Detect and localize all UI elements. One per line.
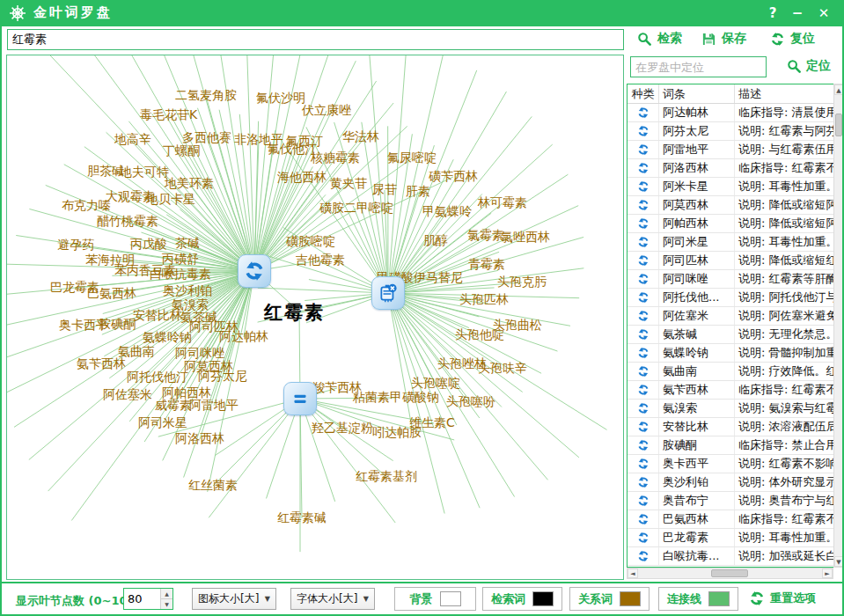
term-cell[interactable]: 巴氨西林 xyxy=(659,510,735,528)
equals-hub[interactable] xyxy=(283,382,317,415)
term-cell[interactable]: 氨蝶呤钠 xyxy=(659,344,735,362)
graph-node-label[interactable]: 头孢噻啶 xyxy=(411,377,460,390)
table-row[interactable]: 阿司匹林说明: 降低或缩短红霉. xyxy=(627,252,833,270)
graph-node-label[interactable]: 丙戊酸 xyxy=(130,238,167,251)
minimize-button[interactable]: − xyxy=(786,4,809,23)
graph-node-label[interactable]: 青霉素 xyxy=(468,258,505,271)
graph-node-label[interactable]: 磺胺嘧啶 xyxy=(286,235,335,248)
term-cell[interactable]: 阿司米星 xyxy=(659,233,735,251)
graph-node-label[interactable]: 黄夹苷 xyxy=(330,177,367,190)
help-button[interactable]: ? xyxy=(761,4,784,23)
col-header-type[interactable]: 种类 xyxy=(627,84,659,103)
table-row[interactable]: 氨蝶呤钠说明: 骨髓抑制加重，. xyxy=(627,344,833,363)
table-row[interactable]: 氨溴索说明: 氨溴索与红霉素. xyxy=(627,400,833,418)
graph-node-label[interactable]: 头孢呋辛 xyxy=(478,362,527,375)
graph-node-label[interactable]: 头孢他啶 xyxy=(455,328,504,341)
sync-hub[interactable] xyxy=(238,254,271,288)
table-row[interactable]: 阿芬太尼说明: 红霉素与阿芬太. xyxy=(627,122,833,141)
graph-node-label[interactable]: 阿雷地平 xyxy=(189,399,239,412)
term-cell[interactable]: 阿洛西林 xyxy=(659,159,735,177)
graph-node-label[interactable]: 奥沙利铂 xyxy=(163,284,212,297)
term-cell[interactable]: 阿莫西林 xyxy=(659,196,735,214)
graph-node-label[interactable]: 安替比林 xyxy=(133,309,182,322)
graph-node-label[interactable]: 阿司米星 xyxy=(138,416,187,429)
horizontal-scrollbar[interactable]: ◄ ► xyxy=(627,568,833,579)
scroll-up-arrow[interactable]: ▲ xyxy=(834,84,843,95)
connector-line-color-picker[interactable]: 连接线 xyxy=(658,587,738,611)
graph-node-label[interactable]: 甲氨蝶呤 xyxy=(422,205,472,218)
graph-node-label[interactable]: 尿苷 xyxy=(372,183,397,196)
reset-button[interactable]: 复位 xyxy=(770,31,815,47)
graph-node-label[interactable]: 巴氨西林 xyxy=(87,287,136,300)
term-cell[interactable]: 氨曲南 xyxy=(659,363,735,380)
graph-node-label[interactable]: 羟乙基淀粉 xyxy=(312,422,373,435)
table-row[interactable]: 奥沙利铂说明: 体外研究显示，. xyxy=(627,473,833,492)
vertical-scroll-thumb[interactable] xyxy=(835,114,842,136)
term-cell[interactable]: 氨溴索 xyxy=(659,400,735,417)
graph-node-label[interactable]: 肝素 xyxy=(406,185,430,198)
graph-node-label[interactable]: 氨苄西林 xyxy=(77,357,126,370)
table-row[interactable]: 阿洛西林临床指导: 红霉素不宜. xyxy=(627,159,833,178)
term-cell[interactable]: 阿达帕林 xyxy=(659,104,735,121)
table-row[interactable]: 氨苄西林临床指导: 红霉素不宜. xyxy=(627,381,833,400)
no-infusion-hub[interactable] xyxy=(371,276,405,310)
graph-node-label[interactable]: 胺碘酮 xyxy=(99,318,136,331)
table-row[interactable]: 阿米卡星说明: 耳毒性加重。 xyxy=(627,178,833,196)
term-cell[interactable]: 阿托伐他... xyxy=(659,289,735,306)
table-row[interactable]: 巴龙霉素说明: 耳毒性加重。 xyxy=(627,529,833,547)
table-row[interactable]: 氨茶碱说明: 无理化禁忌。加. xyxy=(627,326,833,344)
spinner-up-arrow[interactable]: ▲ xyxy=(160,589,172,599)
graph-node-label[interactable]: 氨蝶呤钠 xyxy=(143,331,192,344)
term-cell[interactable]: 阿米卡星 xyxy=(659,178,735,195)
background-color-picker[interactable]: 背景 xyxy=(394,587,476,611)
graph-node-label[interactable]: 阿托伐他汀 xyxy=(127,370,188,384)
table-row[interactable]: 阿莫西林说明: 降低或缩短阿莫. xyxy=(627,196,833,215)
table-row[interactable]: 阿托伐他...说明: 阿托伐他汀与红. xyxy=(627,289,833,307)
graph-node-label[interactable]: 头孢克肟 xyxy=(497,275,547,289)
term-cell[interactable]: 氨苄西林 xyxy=(659,381,735,399)
compass-graph-canvas[interactable]: 二氢麦角胺毒毛花苷K氟伏沙明伏立康唑地高辛多西他赛非洛地平氟西汀华法林丁螺酮氟伐… xyxy=(6,55,624,580)
leaf-count-input[interactable] xyxy=(124,589,161,609)
graph-node-label[interactable]: 维生素C xyxy=(409,416,455,429)
table-row[interactable]: 阿达帕林临床指导: 清晨使用红. xyxy=(627,104,833,122)
table-row[interactable]: 胺碘酮临床指导: 禁止合用 xyxy=(627,436,833,455)
term-cell[interactable]: 白喉抗毒... xyxy=(659,547,735,565)
graph-node-label[interactable]: 避孕药 xyxy=(57,238,94,252)
term-cell[interactable]: 氨茶碱 xyxy=(659,326,735,343)
graph-node-label[interactable]: 多西他赛 xyxy=(182,131,231,144)
locate-button[interactable]: 定位 xyxy=(787,58,831,74)
graph-node-label[interactable]: 红丝菌素 xyxy=(188,479,238,492)
graph-node-label[interactable]: 地夫可特 xyxy=(120,165,169,179)
graph-node-label[interactable]: 地高辛 xyxy=(114,133,151,146)
table-row[interactable]: 阿帕西林说明: 降低或缩短阿帕. xyxy=(627,215,833,233)
graph-node-label[interactable]: 磺胺二甲嘧啶 xyxy=(319,202,393,215)
term-cell[interactable]: 阿芬太尼 xyxy=(659,122,735,140)
table-row[interactable]: 安替比林说明: 浓溶液配伍后有. xyxy=(627,418,833,436)
graph-node-label[interactable]: 海他西林 xyxy=(277,171,327,184)
close-button[interactable]: ✕ xyxy=(812,4,835,23)
reset-options-button[interactable]: 重置选项 xyxy=(749,590,816,606)
graph-node-label[interactable]: 二氢麦角胺 xyxy=(175,89,237,102)
graph-node-label[interactable]: 布克力嗪 xyxy=(62,199,111,212)
graph-node-label[interactable]: 核糖霉素 xyxy=(311,151,360,165)
table-row[interactable]: 阿佐塞米说明: 阿佐塞米避免与. xyxy=(627,307,833,326)
graph-node-label[interactable]: 头孢匹林 xyxy=(459,293,509,306)
graph-node-label[interactable]: 吉他霉素 xyxy=(296,253,345,267)
font-size-dropdown[interactable]: 字体大小[大] ▼ xyxy=(290,588,375,610)
graph-node-label[interactable]: 粘菌素甲磺酸钠 xyxy=(353,391,439,404)
graph-node-label[interactable]: 威霉素 xyxy=(155,399,192,412)
horizontal-scroll-thumb[interactable] xyxy=(711,569,748,577)
graph-node-label[interactable]: 磺苄西林 xyxy=(429,170,478,183)
table-row[interactable]: 奥昔布宁说明: 奥昔布宁与红霉. xyxy=(627,492,833,510)
graph-node-label[interactable]: 林可霉素 xyxy=(478,196,527,209)
term-cell[interactable]: 阿佐塞米 xyxy=(659,307,735,325)
table-row[interactable]: 奥卡西平说明: 红霉素不影响M. xyxy=(627,455,833,473)
table-row[interactable]: 阿司米星说明: 耳毒性加重。 xyxy=(627,233,833,252)
graph-node-label[interactable]: 白喉抗毒素 xyxy=(150,268,211,281)
term-cell[interactable]: 巴龙霉素 xyxy=(659,529,735,546)
search-term-color-picker[interactable]: 检索词 xyxy=(482,587,562,611)
graph-node-label[interactable]: 氯唑西林 xyxy=(501,231,550,244)
graph-node-label[interactable]: 氟伏沙明 xyxy=(256,92,305,105)
graph-node-label[interactable]: 阿洛西林 xyxy=(175,432,224,445)
graph-node-label[interactable]: 阿司咪唑 xyxy=(175,347,224,360)
